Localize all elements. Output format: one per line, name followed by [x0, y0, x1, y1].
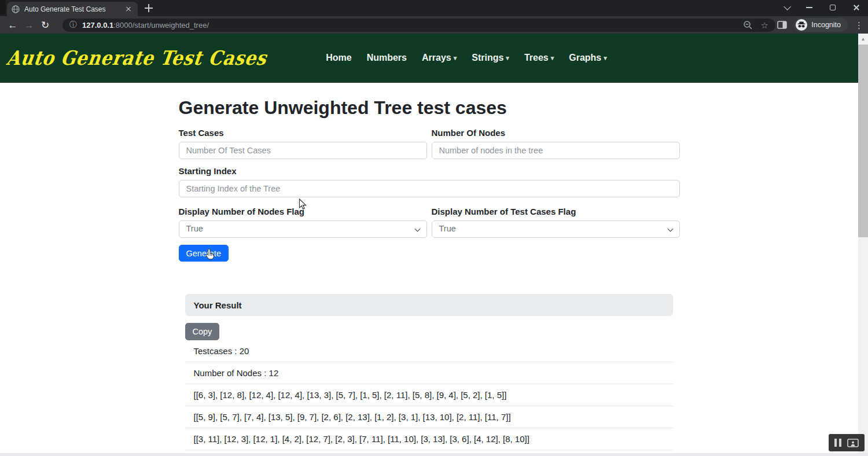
picture-in-picture-icon[interactable] — [847, 439, 859, 447]
chevron-down-icon — [414, 226, 420, 232]
caret-down-icon: ▾ — [551, 54, 554, 61]
result-row: Testcases : 20 — [185, 340, 673, 362]
zoom-icon[interactable] — [743, 20, 753, 30]
globe-favicon-icon — [12, 5, 20, 13]
menu-dots-icon[interactable]: ⋮ — [855, 21, 863, 30]
caret-down-icon: ▾ — [604, 54, 607, 61]
incognito-badge: Incognito — [794, 18, 848, 32]
tab-strip: Auto Generate Test Cases — [0, 0, 868, 16]
nav-item-arrays[interactable]: Arrays▾ — [415, 48, 463, 68]
incognito-label: Incognito — [811, 21, 841, 29]
omnibox-actions: ☆ — [743, 20, 768, 30]
window-chevron-icon[interactable] — [784, 3, 791, 10]
incognito-spy-icon — [796, 19, 807, 31]
generate-button[interactable]: Generate — [179, 245, 229, 262]
result-header: Your Result — [185, 294, 673, 316]
test-cases-input[interactable] — [179, 142, 427, 159]
forward-icon: → — [21, 20, 37, 30]
result-list: Testcases : 20 Number of Nodes : 12 [[6,… — [185, 340, 673, 456]
caret-down-icon: ▾ — [506, 54, 509, 61]
media-control-overlay — [829, 434, 865, 451]
window-bottom-edge — [0, 453, 868, 456]
window-close-icon[interactable] — [853, 4, 860, 11]
nav-links: Home Numbers Arrays▾ Strings▾ Trees▾ Gra… — [319, 48, 613, 68]
starting-index-input[interactable] — [179, 180, 680, 197]
address-bar[interactable]: ⓘ 127.0.0.1 :8000/start/unweighted_tree/… — [62, 19, 775, 32]
result-row: [[5, 9], [5, 7], [7, 4], [13, 5], [9, 7]… — [185, 406, 673, 428]
toolbar-right: Incognito ⋮ — [777, 16, 863, 34]
result-row: [[6, 3], [12, 8], [12, 4], [12, 4], [13,… — [185, 384, 673, 406]
copy-button[interactable]: Copy — [185, 323, 220, 340]
nav-item-strings[interactable]: Strings▾ — [465, 48, 516, 68]
side-panel-icon[interactable] — [777, 21, 787, 29]
result-row: [[3, 11], [12, 3], [12, 1], [4, 2], [12,… — [185, 428, 673, 450]
window-maximize-icon[interactable] — [830, 5, 836, 10]
window-controls — [784, 0, 868, 15]
nav-item-trees[interactable]: Trees▾ — [518, 48, 560, 68]
tab-close-icon[interactable] — [124, 5, 133, 14]
pause-icon[interactable] — [834, 439, 841, 447]
back-icon[interactable]: ← — [5, 20, 21, 30]
url-path: :8000/start/unweighted_tree/ — [113, 21, 209, 30]
browser-tab[interactable]: Auto Generate Test Cases — [7, 2, 138, 16]
nav-item-graphs[interactable]: Graphs▾ — [562, 48, 613, 68]
starting-index-label: Starting Index — [179, 166, 680, 176]
site-logo[interactable]: Auto Generate Test Cases — [5, 46, 269, 69]
window-edge — [0, 0, 6, 15]
number-of-nodes-input[interactable] — [432, 142, 680, 159]
test-cases-label: Test Cases — [179, 128, 427, 138]
tab-title: Auto Generate Test Cases — [24, 5, 124, 13]
display-testcases-flag-label: Display Number of Test Cases Flag — [432, 207, 680, 216]
browser-toolbar: ← → ↻ ⓘ 127.0.0.1 :8000/start/unweighted… — [0, 16, 868, 34]
scrollbar-thumb[interactable] — [858, 45, 868, 237]
caret-down-icon: ▾ — [454, 54, 457, 61]
number-of-nodes-label: Number Of Nodes — [432, 128, 680, 138]
url-host: 127.0.0.1 — [82, 21, 113, 30]
result-panel: Your Result Copy Testcases : 20 Number o… — [185, 294, 673, 456]
display-nodes-flag-label: Display Number of Nodes Flag — [179, 207, 427, 216]
result-row: Number of Nodes : 12 — [185, 362, 673, 384]
nav-item-numbers[interactable]: Numbers — [361, 48, 413, 68]
display-nodes-flag-select[interactable]: True — [179, 220, 427, 238]
scroll-up-icon[interactable]: ▲ — [858, 34, 868, 42]
page-title: Generate Unweighted Tree test cases — [179, 97, 680, 119]
window-minimize-icon[interactable] — [806, 7, 812, 8]
nav-item-home[interactable]: Home — [319, 48, 358, 68]
main-content: Generate Unweighted Tree test cases Test… — [179, 97, 680, 456]
site-info-icon[interactable]: ⓘ — [69, 20, 77, 30]
browser-window: Auto Generate Test Cases ← → ↻ ⓘ 127.0.0… — [0, 0, 868, 456]
display-testcases-flag-select[interactable]: True — [432, 220, 680, 238]
reload-icon[interactable]: ↻ — [37, 20, 53, 30]
bookmark-star-icon[interactable]: ☆ — [761, 21, 768, 30]
page-viewport: Auto Generate Test Cases Home Numbers Ar… — [0, 34, 858, 456]
site-navbar: Auto Generate Test Cases Home Numbers Ar… — [0, 34, 858, 83]
chevron-down-icon — [667, 226, 673, 232]
new-tab-icon[interactable] — [145, 4, 153, 12]
page-scrollbar[interactable]: ▲ — [858, 34, 868, 456]
